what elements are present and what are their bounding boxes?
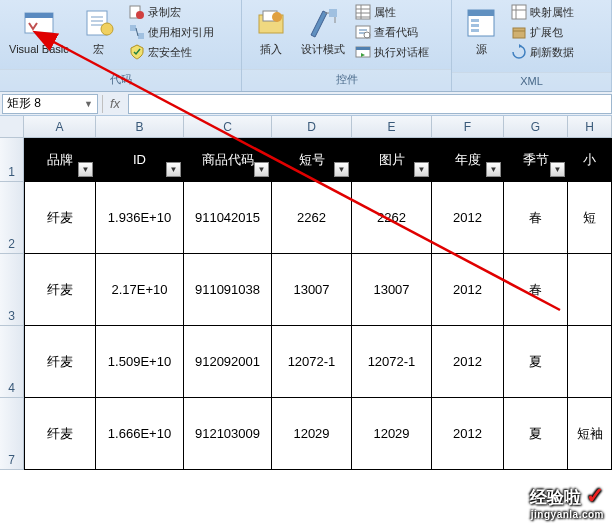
design-mode-button[interactable]: 设计模式 [296, 3, 350, 69]
cell[interactable]: 1.936E+10 [96, 182, 184, 254]
filter-dropdown-icon[interactable]: ▼ [78, 162, 93, 177]
cell[interactable]: 12072-1 [352, 326, 432, 398]
filter-dropdown-icon[interactable]: ▼ [414, 162, 429, 177]
formula-bar: 矩形 8 ▼ fx [0, 92, 612, 116]
header-cell[interactable]: 品牌▼ [24, 138, 96, 182]
macro-security-button[interactable]: 宏安全性 [126, 43, 217, 61]
insert-button[interactable]: 插入 [246, 3, 296, 69]
col-header[interactable]: E [352, 116, 432, 138]
macro-icon [83, 7, 115, 39]
col-header[interactable]: F [432, 116, 504, 138]
svg-rect-21 [471, 29, 479, 32]
expansion-pack-button[interactable]: 扩展包 [508, 23, 577, 41]
cell[interactable]: 2012 [432, 398, 504, 470]
source-button[interactable]: 源 [456, 3, 506, 72]
name-box[interactable]: 矩形 8 ▼ [2, 94, 98, 114]
filter-dropdown-icon[interactable]: ▼ [486, 162, 501, 177]
header-cell[interactable]: 季节▼ [504, 138, 568, 182]
cell[interactable]: 2.17E+10 [96, 254, 184, 326]
col-header[interactable]: H [568, 116, 612, 138]
cell[interactable]: 纤麦 [24, 182, 96, 254]
cell[interactable]: 夏 [504, 398, 568, 470]
cell[interactable]: 短 [568, 182, 612, 254]
expand-icon [511, 24, 527, 40]
cell[interactable]: 13007 [272, 254, 352, 326]
visual-basic-button[interactable]: Visual Basic [4, 3, 74, 69]
header-cell[interactable]: ID▼ [96, 138, 184, 182]
cell[interactable]: 912103009 [184, 398, 272, 470]
svg-point-3 [101, 23, 113, 35]
fx-button[interactable]: fx [105, 94, 125, 114]
run-dialog-button[interactable]: 执行对话框 [352, 43, 432, 61]
header-cell[interactable]: 年度▼ [432, 138, 504, 182]
ribbon: Visual Basic 宏 录制宏 使用相对引用 宏安全性 [0, 0, 612, 92]
relative-ref-button[interactable]: 使用相对引用 [126, 23, 217, 41]
header-cell[interactable]: 短号▼ [272, 138, 352, 182]
select-all-corner[interactable] [0, 116, 24, 138]
cell[interactable]: 2012 [432, 326, 504, 398]
svg-rect-7 [138, 33, 144, 39]
shield-icon [129, 44, 145, 60]
row-header[interactable]: 3 [0, 254, 24, 326]
filter-dropdown-icon[interactable]: ▼ [254, 162, 269, 177]
properties-button[interactable]: 属性 [352, 3, 432, 21]
cell[interactable]: 1.509E+10 [96, 326, 184, 398]
source-icon [465, 7, 497, 39]
cell[interactable]: 2262 [352, 182, 432, 254]
col-header[interactable]: A [24, 116, 96, 138]
cell[interactable] [568, 254, 612, 326]
col-header[interactable]: D [272, 116, 352, 138]
svg-rect-18 [468, 10, 494, 16]
filter-dropdown-icon[interactable]: ▼ [166, 162, 181, 177]
cell[interactable]: 纤麦 [24, 254, 96, 326]
record-macro-button[interactable]: 录制宏 [126, 3, 217, 21]
view-code-button[interactable]: 查看代码 [352, 23, 432, 41]
header-cell[interactable]: 商品代码▼ [184, 138, 272, 182]
row-headers: 1 2 3 4 7 [0, 138, 24, 470]
cell[interactable]: 13007 [352, 254, 432, 326]
refresh-data-button[interactable]: 刷新数据 [508, 43, 577, 61]
row-header[interactable]: 4 [0, 326, 24, 398]
check-icon: ✓ [586, 483, 604, 508]
name-box-dropdown-icon[interactable]: ▼ [84, 99, 93, 109]
header-cell[interactable]: 图片▼ [352, 138, 432, 182]
insert-icon [255, 7, 287, 39]
cell[interactable]: 春 [504, 182, 568, 254]
table-row: 纤麦 1.666E+10 912103009 12029 12029 2012 … [24, 398, 612, 470]
watermark: 经验啦 ✓ jingyanla.com [530, 487, 604, 523]
row-header[interactable]: 1 [0, 138, 24, 182]
viewcode-icon [355, 24, 371, 40]
filter-dropdown-icon[interactable]: ▼ [334, 162, 349, 177]
spreadsheet-grid: A B C D E F G H 1 2 3 4 7 品牌▼ ID▼ 商品代码▼ … [0, 116, 612, 529]
cell[interactable]: 912092001 [184, 326, 272, 398]
cell[interactable]: 纤麦 [24, 398, 96, 470]
cell[interactable]: 2262 [272, 182, 352, 254]
table-header-row: 品牌▼ ID▼ 商品代码▼ 短号▼ 图片▼ 年度▼ 季节▼ 小 [24, 138, 612, 182]
cell[interactable]: 12072-1 [272, 326, 352, 398]
cell[interactable]: 911091038 [184, 254, 272, 326]
cell[interactable]: 春 [504, 254, 568, 326]
cell[interactable]: 短袖 [568, 398, 612, 470]
macro-button[interactable]: 宏 [74, 3, 124, 69]
cell[interactable]: 12029 [272, 398, 352, 470]
group-code-label: 代码 [0, 69, 241, 91]
cell[interactable]: 2012 [432, 254, 504, 326]
cell[interactable] [568, 326, 612, 398]
header-cell[interactable]: 小 [568, 138, 612, 182]
row-header[interactable]: 2 [0, 182, 24, 254]
cell[interactable]: 2012 [432, 182, 504, 254]
formula-input[interactable] [128, 94, 612, 114]
cell[interactable]: 夏 [504, 326, 568, 398]
cell[interactable]: 911042015 [184, 182, 272, 254]
cell[interactable]: 12029 [352, 398, 432, 470]
cell[interactable]: 1.666E+10 [96, 398, 184, 470]
col-header[interactable]: B [96, 116, 184, 138]
filter-dropdown-icon[interactable]: ▼ [550, 162, 565, 177]
col-header[interactable]: G [504, 116, 568, 138]
cell[interactable]: 纤麦 [24, 326, 96, 398]
row-header[interactable]: 7 [0, 398, 24, 470]
relative-icon [129, 24, 145, 40]
col-header[interactable]: C [184, 116, 272, 138]
svg-rect-23 [513, 28, 525, 38]
map-properties-button[interactable]: 映射属性 [508, 3, 577, 21]
